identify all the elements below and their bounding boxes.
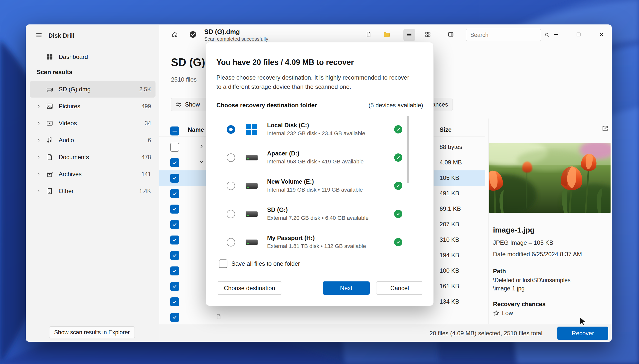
show-in-explorer-button[interactable]: Show scan results in Explorer: [49, 326, 135, 338]
sidebar-item-label: Documents: [59, 154, 142, 161]
table-row-partial[interactable]: [159, 310, 485, 325]
row-size: 69.1 KB: [440, 205, 461, 212]
sidebar-item-other[interactable]: Other 1.4K: [30, 183, 156, 199]
sidebar-item-count: 499: [142, 103, 151, 110]
drive-row-sd-g[interactable]: SD (G:) External 7.20 GB disk • 6.40 GB …: [216, 200, 424, 228]
chevron-right-icon[interactable]: [37, 138, 45, 142]
drive-radio[interactable]: [227, 154, 235, 162]
save-all-checkbox[interactable]: [219, 260, 227, 268]
disk-drill-window: Disk Drill Dashboard Scan results SD (G)…: [26, 24, 612, 342]
recovery-destination-dialog: You have 20 files / 4.09 MB to recover P…: [206, 42, 434, 306]
drive-ok-icon: [394, 210, 402, 218]
chevron-right-icon[interactable]: [199, 144, 204, 150]
home-button[interactable]: [169, 29, 181, 41]
row-checkbox[interactable]: [170, 313, 179, 322]
preview-panel-toggle-button[interactable]: [445, 29, 457, 41]
drive-ok-icon: [394, 182, 402, 190]
row-size: 105 KB: [440, 174, 459, 182]
search-input[interactable]: [470, 32, 544, 38]
row-checkbox[interactable]: [170, 251, 179, 260]
row-checkbox[interactable]: [170, 298, 179, 306]
hamburger-menu-button[interactable]: [34, 30, 45, 41]
sidebar-item-count: 1.4K: [139, 188, 151, 194]
sidebar-item-label: Pictures: [59, 103, 142, 110]
list-view-button[interactable]: [403, 29, 415, 41]
chevron-right-icon[interactable]: [37, 155, 45, 159]
sidebar-item-pictures[interactable]: Pictures 499: [30, 98, 156, 114]
videos-icon: [45, 120, 55, 127]
drive-row-local-disk-c[interactable]: Local Disk (C:) Internal 232 GB disk • 2…: [216, 115, 424, 144]
preview-recovery-label: Recovery chances: [493, 301, 546, 308]
row-size: 100 KB: [440, 267, 459, 274]
scan-status-button[interactable]: [187, 29, 199, 41]
minimize-button[interactable]: [549, 29, 564, 41]
row-checkbox[interactable]: [170, 266, 179, 276]
row-checkbox[interactable]: [170, 236, 179, 244]
recover-button[interactable]: Recover: [557, 326, 608, 340]
topbar-subtitle: Scan completed successfully: [204, 36, 268, 42]
minimize-icon: [553, 32, 559, 38]
drive-radio[interactable]: [227, 125, 235, 134]
preview-path-value: \Deleted or lost\SD\unsamples \image-1.j…: [493, 276, 610, 293]
row-size: 88 bytes: [440, 144, 462, 150]
row-checkbox[interactable]: [170, 174, 179, 182]
maximize-button[interactable]: [571, 29, 586, 41]
search-box[interactable]: [466, 29, 541, 41]
open-folder-button[interactable]: [381, 29, 393, 41]
cancel-button[interactable]: Cancel: [376, 282, 423, 295]
column-header-size[interactable]: Size: [440, 126, 451, 133]
column-header-name[interactable]: Name: [188, 126, 204, 133]
row-size: 4.09 MB: [440, 159, 462, 166]
drive-row-my-passport-h[interactable]: My Passport (H:) External 1.81 TB disk •…: [216, 228, 424, 249]
document-icon: [365, 31, 372, 39]
chevron-right-icon[interactable]: [37, 189, 45, 193]
drive-list-scrollbar[interactable]: [407, 116, 409, 183]
drive-ok-icon: [394, 125, 402, 134]
grid-view-button[interactable]: [422, 29, 434, 41]
sidebar-item-label: Audio: [59, 137, 148, 144]
close-button[interactable]: [594, 29, 609, 41]
archives-icon: [45, 171, 55, 178]
row-size: 491 KB: [440, 190, 459, 197]
recovery-chance-text: Low: [502, 310, 513, 316]
row-checkbox[interactable]: [170, 158, 179, 167]
chevron-down-icon[interactable]: [199, 159, 204, 166]
desktop: Disk Drill Dashboard Scan results SD (G)…: [0, 0, 639, 364]
row-checkbox[interactable]: [170, 282, 179, 291]
row-checkbox[interactable]: [170, 189, 179, 198]
drive-radio[interactable]: [227, 238, 235, 246]
row-checkbox[interactable]: [170, 143, 179, 152]
drive-ok-icon: [394, 238, 402, 246]
export-file-button[interactable]: [362, 29, 374, 41]
audio-icon: [45, 137, 55, 144]
chevron-right-icon[interactable]: [37, 104, 45, 108]
save-all-checkbox-row[interactable]: Save all files to one folder: [219, 260, 300, 268]
row-checkbox[interactable]: [170, 220, 179, 229]
devices-available-label: (5 devices available): [368, 102, 423, 109]
dashboard-icon: [45, 54, 55, 60]
row-checkbox[interactable]: [170, 204, 179, 214]
chevron-right-icon[interactable]: [37, 121, 45, 125]
open-external-button[interactable]: [600, 124, 610, 134]
preview-fileinfo: JPEG Image – 105 KB: [493, 239, 553, 246]
sidebar-item-documents[interactable]: Documents 478: [30, 149, 156, 166]
chevron-right-icon[interactable]: [37, 172, 45, 176]
close-icon: [598, 32, 604, 38]
sidebar-item-label: Dashboard: [59, 54, 156, 60]
drive-row-apacer-d[interactable]: Apacer (D:) Internal 953 GB disk • 419 G…: [216, 144, 424, 172]
drive-list: Local Disk (C:) Internal 232 GB disk • 2…: [216, 115, 424, 249]
drive-radio[interactable]: [227, 182, 235, 190]
dialog-section-title: Choose recovery destination folder: [216, 102, 317, 109]
other-icon: [45, 188, 55, 194]
drive-radio[interactable]: [227, 210, 235, 218]
sidebar-item-dashboard[interactable]: Dashboard: [30, 49, 156, 65]
sidebar-item-videos[interactable]: Videos 34: [30, 115, 156, 132]
select-all-checkbox[interactable]: [170, 126, 179, 136]
sidebar-item-archives[interactable]: Archives 141: [30, 166, 156, 182]
next-button[interactable]: Next: [323, 282, 370, 295]
sidebar-item-audio[interactable]: Audio 6: [30, 132, 156, 148]
choose-destination-button[interactable]: Choose destination: [217, 282, 282, 295]
drive-row-new-volume-e[interactable]: New Volume (E:) Internal 119 GB disk • 1…: [216, 172, 424, 200]
preview-image-tulips: [489, 143, 610, 213]
sidebar-item-sd-dmg[interactable]: SD (G).dmg 2.5K: [30, 81, 156, 98]
